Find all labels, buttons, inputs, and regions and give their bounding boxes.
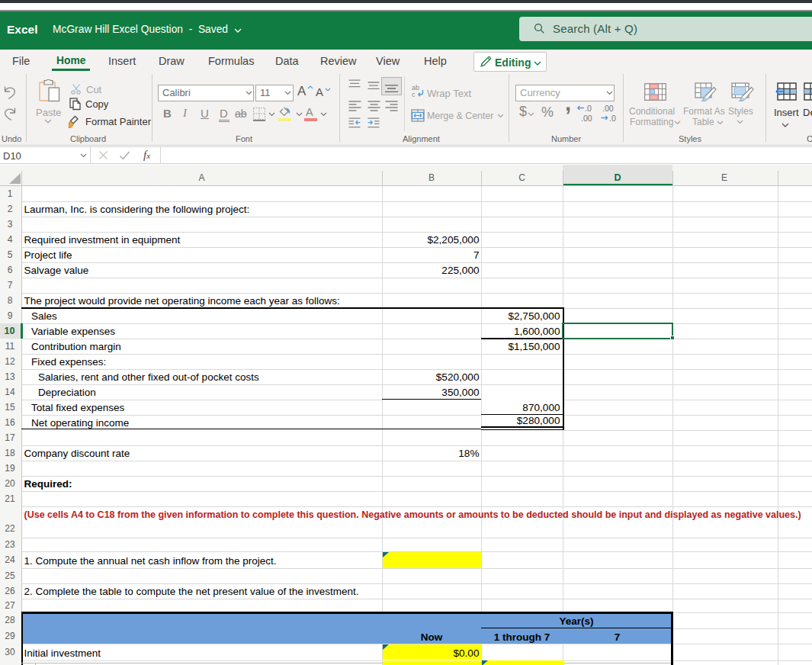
svg-text:.0: .0 <box>609 114 616 123</box>
svg-text:.0: .0 <box>585 104 592 113</box>
svg-text:.00: .00 <box>581 114 592 123</box>
svg-text:.00: .00 <box>602 104 614 113</box>
svg-text:c: c <box>412 91 416 98</box>
